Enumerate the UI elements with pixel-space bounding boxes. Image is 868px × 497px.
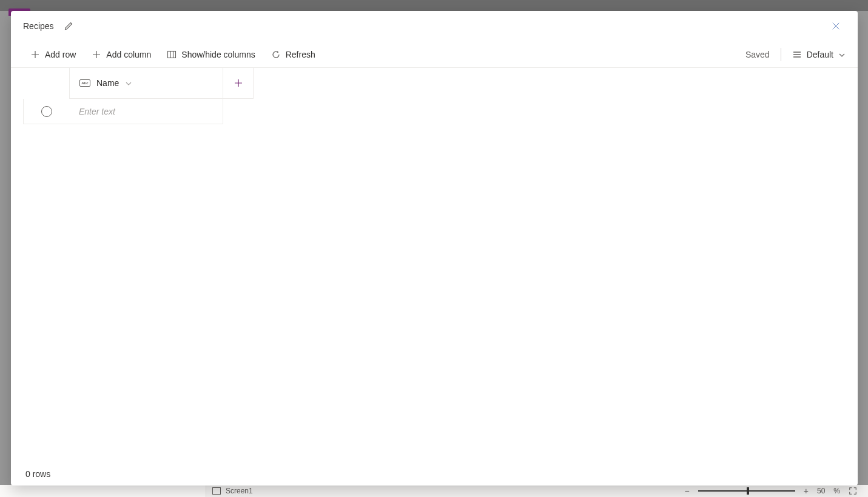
expand-icon[interactable] [849,487,857,495]
screen-icon [212,487,221,495]
data-table-modal: Recipes Add row Add column [11,11,858,485]
table-area: Abc Name [11,68,858,462]
column-header-name[interactable]: Abc Name [69,68,223,99]
column-name-label: Name [96,78,119,88]
table-header-row: Abc Name [11,68,858,99]
background-screen-label: Screen1 [226,487,253,495]
view-selector[interactable]: Default [792,50,846,59]
chevron-down-icon [838,52,846,59]
row-count: 0 rows [25,469,50,479]
chevron-down-icon [125,80,132,87]
status-bar: 0 rows [11,462,858,485]
svg-rect-0 [168,51,176,58]
row-name-cell [69,99,223,124]
zoom-slider[interactable] [698,490,795,492]
modal-title: Recipes [23,21,54,31]
add-column-label: Add column [106,50,151,59]
select-all-header [23,68,69,99]
text-type-icon: Abc [79,79,90,87]
zoom-unit: % [833,487,840,495]
refresh-button[interactable]: Refresh [269,46,318,63]
toolbar: Add row Add column Show/hide columns Ref… [11,41,858,68]
edit-title-button[interactable] [64,21,73,31]
row-select-cell [23,99,69,124]
show-hide-label: Show/hide columns [181,50,255,59]
close-button[interactable] [826,16,846,36]
view-label: Default [807,50,833,59]
separator [781,48,781,61]
saved-status: Saved [745,50,770,59]
zoom-in-icon[interactable]: + [804,486,809,496]
refresh-label: Refresh [286,50,315,59]
add-row-button[interactable]: Add row [28,46,78,63]
zoom-value: 50 [817,487,825,495]
background-statusbar: Screen1 − + 50 % [0,485,868,497]
add-column-header-button[interactable] [223,68,254,99]
show-hide-columns-button[interactable]: Show/hide columns [164,46,257,63]
zoom-out-icon[interactable]: − [685,486,690,496]
name-input[interactable] [79,107,223,116]
modal-header: Recipes [11,11,858,41]
add-row-label: Add row [45,50,76,59]
row-select-radio[interactable] [41,106,52,117]
add-column-button[interactable]: Add column [89,46,153,63]
table-row [11,99,858,124]
